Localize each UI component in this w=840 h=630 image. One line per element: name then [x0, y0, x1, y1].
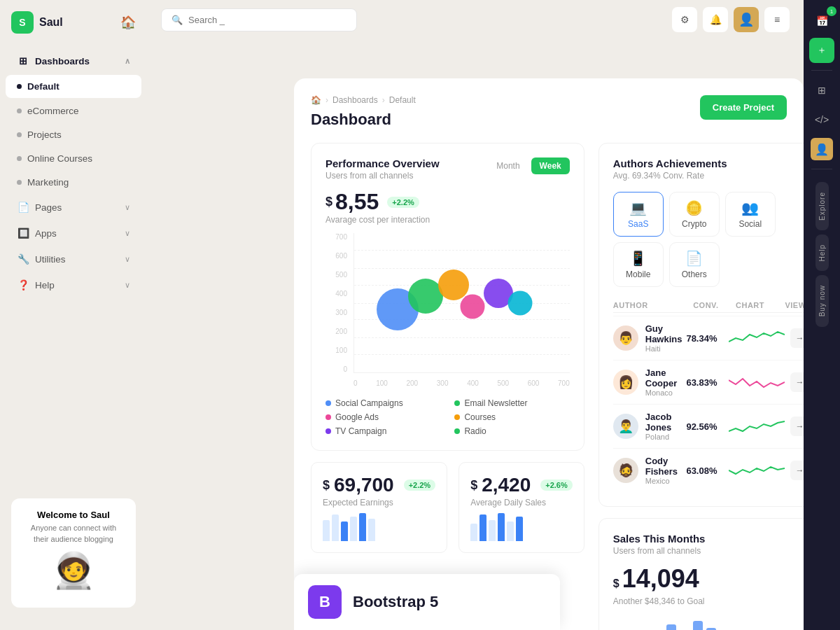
sidebar-item-utilities[interactable]: 🔧 Utilities ∨: [6, 246, 141, 272]
create-project-button[interactable]: Create Project: [700, 95, 787, 120]
author-name-jane: Jane Cooper: [645, 368, 682, 388]
author-avatar-guy: 👨: [613, 326, 638, 351]
cat-tab-social[interactable]: 👥 Social: [725, 192, 776, 237]
sidebar-item-projects[interactable]: Projects: [6, 123, 141, 146]
content-grid: Performance Overview Users from all chan…: [311, 143, 787, 630]
dashboards-label: Dashboards: [35, 56, 125, 66]
app-name: Saul: [39, 16, 63, 29]
logo-area: S Saul 🏠: [0, 11, 147, 45]
sbar-2: [479, 514, 486, 541]
rs-help-section[interactable]: Help: [816, 234, 829, 272]
earnings-dollar: $: [323, 478, 330, 493]
user-avatar-top[interactable]: 👤: [734, 7, 759, 32]
cat-tab-crypto[interactable]: 🪙 Crypto: [669, 192, 720, 237]
author-chart-jane: [729, 372, 785, 393]
author-conv-cody: 63.08%: [682, 465, 718, 476]
utilities-chevron-icon: ∨: [125, 255, 130, 264]
performance-card: Performance Overview Users from all chan…: [311, 143, 584, 451]
rs-separator-1: [811, 70, 832, 71]
sidebar-item-help[interactable]: ❓ Help ∨: [6, 272, 141, 298]
rs-separator-2: [811, 169, 832, 169]
cat-tab-others[interactable]: 📄 Others: [669, 242, 720, 287]
author-avatar-cody: 🧔: [613, 458, 638, 483]
ecommerce-label: eCommerce: [27, 106, 130, 116]
sbar-5: [507, 522, 514, 541]
h-line-6: [354, 337, 570, 338]
h-line-7: [354, 354, 570, 355]
sbar-6: [516, 517, 523, 541]
nav-section: ⊞ Dashboards ∧ Default eCommerce Project…: [0, 48, 147, 298]
marketing-label: Marketing: [27, 177, 130, 188]
sidebar-item-online-courses[interactable]: Online Courses: [6, 147, 141, 170]
earnings-mini-chart: [323, 513, 435, 541]
author-row-guy: 👨 Guy Hawkins Haiti 78.34% →: [613, 316, 804, 360]
apps-label: Apps: [35, 228, 125, 239]
notifications-btn[interactable]: 🔔: [703, 7, 728, 32]
rs-user-avatar[interactable]: 👤: [809, 136, 834, 162]
main-content: 🏠 › Dashboards › Default Dashboard Creat…: [294, 78, 804, 630]
mobile-icon: 📱: [629, 250, 647, 267]
rs-code-icon[interactable]: </>: [809, 107, 834, 132]
rs-help-label: Help: [818, 240, 826, 266]
metric-badge: +2.2%: [387, 197, 419, 208]
metric-label: Avarage cost per interaction: [326, 215, 570, 225]
performance-subtitle: Users from all channels: [326, 171, 440, 181]
rs-buynow-section[interactable]: Buy now: [816, 275, 829, 326]
legend-label-google: Google Ads: [335, 412, 379, 422]
view-btn-guy[interactable]: →: [790, 328, 804, 348]
tab-group: Month Week: [488, 158, 570, 174]
menu-icon-btn[interactable]: ≡: [764, 7, 790, 32]
bar-2: [332, 514, 339, 541]
breadcrumb-dashboards[interactable]: Dashboards: [332, 95, 378, 105]
sidebar-item-apps[interactable]: 🔲 Apps ∨: [6, 220, 141, 246]
pages-chevron-icon: ∨: [125, 203, 130, 212]
bar-5: [359, 513, 366, 541]
welcome-title: Welcome to Saul: [22, 510, 125, 520]
settings-icon-btn[interactable]: ⚙: [672, 7, 697, 32]
sidebar-item-dashboards[interactable]: ⊞ Dashboards ∧: [6, 48, 141, 74]
rs-calendar-icon[interactable]: 📅 1: [809, 8, 834, 34]
nav-dot-default: [17, 84, 22, 89]
y-label-600: 600: [326, 252, 350, 260]
bar-6: [368, 519, 375, 541]
y-label-700: 700: [326, 233, 350, 241]
sidebar: S Saul 🏠 ⊞ Dashboards ∧ Default eCommerc…: [0, 0, 147, 630]
bubble-ads: [438, 270, 469, 300]
sales-goal: Another $48,346 to Goal: [613, 596, 804, 606]
rs-grid-icon[interactable]: ⊞: [809, 78, 834, 103]
x-label-700: 700: [558, 379, 570, 387]
rs-buynow-label: Buy now: [818, 281, 826, 321]
legend-label-radio: Radio: [464, 426, 486, 436]
view-btn-cody[interactable]: →: [790, 461, 804, 480]
sidebar-item-marketing[interactable]: Marketing: [6, 171, 141, 194]
author-row-jane: 👩 Jane Cooper Monaco 63.83% →: [613, 360, 804, 404]
left-column: Performance Overview Users from all chan…: [311, 143, 584, 630]
h-line-1: [354, 250, 570, 251]
y-label-500: 500: [326, 271, 350, 279]
search-input[interactable]: [188, 15, 346, 25]
sales-value: 14,094: [622, 564, 699, 594]
cat-tab-saas[interactable]: 💻 SaaS: [613, 192, 664, 237]
search-box[interactable]: 🔍: [161, 8, 357, 31]
author-conv-guy: 78.34%: [682, 333, 718, 344]
view-btn-jane[interactable]: →: [790, 372, 804, 392]
author-info-jane: Jane Cooper Monaco: [645, 368, 682, 397]
sidebar-item-ecommerce[interactable]: eCommerce: [6, 99, 141, 122]
tab-month[interactable]: Month: [488, 158, 528, 174]
authors-header: Authors Achievements Avg. 69.34% Conv. R…: [613, 158, 804, 181]
x-label-100: 100: [376, 379, 388, 387]
rs-explore-section[interactable]: Explore: [816, 182, 829, 230]
home-icon[interactable]: 🏠: [311, 95, 321, 105]
authors-title: Authors Achievements: [613, 158, 727, 169]
category-tabs: 💻 SaaS 🪙 Crypto 👥 Social 📱 Mobile: [613, 192, 804, 287]
cat-tab-mobile[interactable]: 📱 Mobile: [613, 242, 664, 287]
avg-sales-label: Average Daily Sales: [470, 498, 573, 507]
crypto-icon: 🪙: [685, 200, 703, 216]
tab-week[interactable]: Week: [531, 158, 570, 174]
view-btn-jacob[interactable]: →: [790, 416, 804, 436]
sidebar-item-default[interactable]: Default: [6, 75, 141, 98]
legend-dot-tv: [326, 428, 331, 434]
rs-plus-icon[interactable]: ＋: [809, 38, 834, 63]
sidebar-item-pages[interactable]: 📄 Pages ∨: [6, 195, 141, 220]
bootstrap-label: Bootstrap 5: [353, 593, 438, 611]
